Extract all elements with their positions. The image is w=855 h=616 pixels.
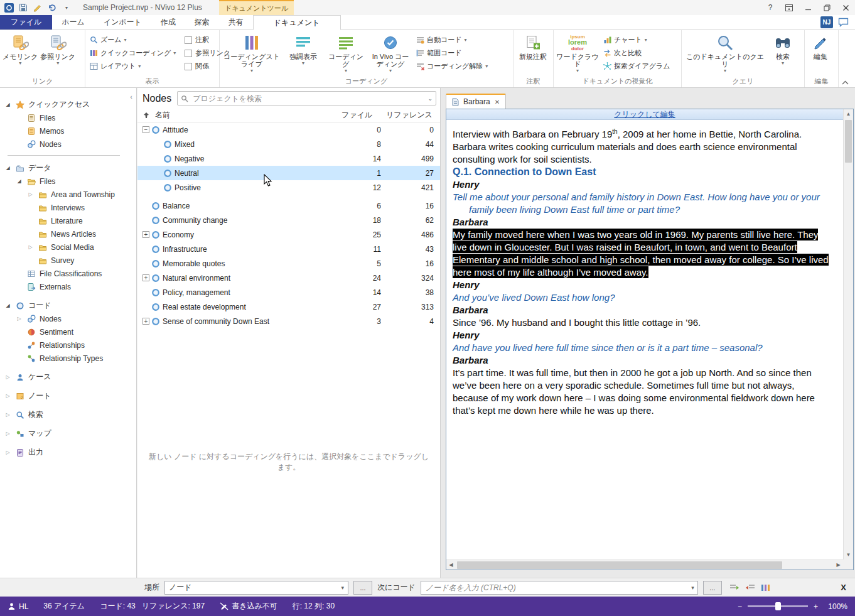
table-row[interactable]: Memorable quotes516 — [137, 256, 440, 271]
sidebar-item-コード[interactable]: ◢コード — [0, 299, 136, 312]
help-button[interactable]: ? — [761, 0, 780, 15]
tree-expander-icon[interactable]: ▷ — [26, 192, 35, 197]
sidebar-item-file-classifications[interactable]: File Classifications — [0, 267, 136, 280]
in-vivo-coding-button[interactable]: In Vivo コーディング ▾ — [368, 31, 413, 77]
horizontal-scrollbar[interactable]: ◀ ▶ — [446, 559, 843, 570]
tree-expander-icon[interactable]: ▷ — [4, 450, 12, 455]
table-row[interactable]: Mixed844 — [137, 137, 440, 151]
sidebar-item-survey[interactable]: Survey — [0, 254, 136, 267]
table-row[interactable]: Balance616 — [137, 198, 440, 213]
tree-expander-icon[interactable]: ▷ — [15, 316, 23, 322]
collapse-ribbon-button[interactable] — [842, 80, 849, 85]
pen-icon[interactable] — [33, 3, 43, 13]
highlight-button[interactable]: 強調表示 ▾ — [282, 31, 324, 77]
location-browse-button[interactable]: ... — [353, 581, 372, 595]
tab-share[interactable]: 共有 — [219, 15, 253, 30]
sidebar-item-nodes[interactable]: ▷Nodes — [0, 312, 136, 325]
zoom-slider-thumb[interactable] — [775, 602, 781, 610]
tree-expander-icon[interactable]: ◢ — [15, 178, 23, 184]
tab-document[interactable]: ドキュメント — [253, 15, 341, 30]
sidebar-item-マップ[interactable]: ▷マップ — [0, 427, 136, 440]
sidebar-item-nodes[interactable]: Nodes — [0, 138, 136, 151]
save-icon[interactable] — [18, 3, 28, 13]
chevron-down-icon[interactable]: ⌄ — [428, 95, 433, 102]
table-row[interactable]: Real estate development27313 — [137, 300, 440, 314]
new-annotation-button[interactable]: 新規注釈 — [515, 31, 551, 77]
code-button[interactable]: コーディング ▾ — [324, 31, 368, 77]
see-also-link-button[interactable]: 参照リンク ▾ — [39, 31, 77, 77]
location-select[interactable]: ノード ▾ — [164, 581, 348, 595]
sidebar-collapse-icon[interactable]: ‹ — [130, 93, 132, 100]
sidebar-item-literature[interactable]: Literature — [0, 214, 136, 227]
quick-coding-button[interactable]: クイックコーディング▾ — [89, 48, 176, 58]
table-row[interactable]: +Sense of community Down East34 — [137, 314, 440, 328]
code-selection-icon[interactable] — [729, 583, 739, 592]
restore-button[interactable] — [817, 0, 836, 15]
sidebar-item-ケース[interactable]: ▷ケース — [0, 370, 136, 384]
sidebar-item-クイックアクセス[interactable]: ◢クイックアクセス — [0, 98, 136, 111]
qat-dropdown-icon[interactable]: ▾ — [62, 3, 72, 13]
document-tab-barbara[interactable]: Barbara ✕ — [446, 94, 506, 109]
word-cloud-button[interactable]: ipsum lorem dolor ワードクラウド ▾ — [555, 31, 600, 77]
sidebar-item-news-articles[interactable]: News Articles — [0, 227, 136, 240]
pin-column-icon[interactable] — [142, 112, 150, 119]
sidebar-item-externals[interactable]: Externals — [0, 280, 136, 293]
table-row[interactable]: Negative14499 — [137, 151, 440, 166]
code-at-combobox[interactable]: ▾ — [421, 581, 698, 595]
compare-with-button[interactable]: 次と比較 — [603, 48, 670, 58]
tree-expander-icon[interactable]: − — [142, 126, 149, 133]
tree-expander-icon[interactable]: ◢ — [4, 303, 12, 308]
zoom-in-icon[interactable]: + — [814, 602, 818, 611]
tree-expander-icon[interactable]: ◢ — [4, 165, 12, 171]
layout-button[interactable]: レイアウト▾ — [89, 62, 176, 71]
tree-expander-icon[interactable]: ▷ — [4, 431, 12, 436]
code-at-browse-button[interactable]: ... — [703, 581, 722, 595]
sidebar-item-area-and-township[interactable]: ▷Area and Township — [0, 188, 136, 201]
user-avatar[interactable]: NJ — [820, 16, 833, 28]
table-row[interactable]: Positive12421 — [137, 180, 440, 195]
tree-expander-icon[interactable]: ▷ — [4, 374, 12, 380]
click-to-edit-bar[interactable]: クリックして編集 — [446, 109, 843, 120]
zoom-out-icon[interactable]: − — [738, 602, 742, 611]
coding-stripes-button[interactable]: コーディングストライプ ▾ — [221, 31, 282, 77]
edit-button[interactable]: 編集 — [806, 31, 835, 77]
scroll-left-icon[interactable]: ◀ — [446, 562, 456, 568]
uncode-selection-icon[interactable] — [745, 583, 755, 592]
table-row[interactable]: +Natural environment24324 — [137, 271, 440, 285]
tree-expander-icon[interactable]: ▷ — [4, 393, 12, 399]
tree-expander-icon[interactable]: + — [142, 274, 149, 281]
sidebar-item-ノート[interactable]: ▷ノート — [0, 389, 136, 403]
tree-expander-icon[interactable]: + — [142, 231, 149, 238]
tab-create[interactable]: 作成 — [151, 15, 185, 30]
query-this-document-button[interactable]: このドキュメントのクエリ ▾ — [683, 31, 767, 77]
tab-file[interactable]: ファイル — [0, 15, 52, 30]
chart-button[interactable]: チャート▾ — [603, 35, 670, 45]
chat-icon[interactable] — [838, 18, 849, 27]
sidebar-item-sentiment[interactable]: Sentiment — [0, 325, 136, 338]
tree-expander-icon[interactable]: ▷ — [26, 244, 35, 250]
find-button[interactable]: 検索 ▾ — [767, 31, 799, 77]
table-row[interactable]: −Attitude00 — [137, 122, 440, 137]
uncode-button[interactable]: コーディング解除▾ — [416, 62, 488, 71]
scroll-down-icon[interactable]: ▼ — [844, 550, 853, 559]
table-row[interactable]: Neutral127 — [137, 166, 440, 180]
scroll-right-icon[interactable]: ▶ — [834, 562, 843, 568]
memo-link-button[interactable]: メモリンク ▾ — [1, 31, 39, 77]
codebar-close-button[interactable]: X — [841, 583, 846, 592]
column-header-name[interactable]: 名前 — [155, 110, 170, 121]
project-search-input[interactable] — [191, 94, 424, 104]
horizontal-scrollbar-thumb[interactable] — [457, 561, 782, 569]
zoom-button[interactable]: ズーム▾ — [89, 35, 176, 45]
auto-code-button[interactable]: 自動コード▾ — [416, 35, 488, 45]
sidebar-item-検索[interactable]: ▷検索 — [0, 408, 136, 421]
explore-diagram-button[interactable]: 探索ダイアグラム — [603, 62, 670, 71]
sidebar-item-出力[interactable]: ▷出力 — [0, 446, 136, 459]
zoom-slider[interactable] — [748, 605, 808, 607]
close-tab-icon[interactable]: ✕ — [495, 99, 500, 105]
code-at-input[interactable] — [424, 583, 691, 593]
app-icon[interactable] — [4, 3, 14, 13]
project-search-box[interactable]: ⌄ — [177, 91, 436, 105]
minimize-button[interactable] — [799, 0, 817, 15]
undo-icon[interactable] — [47, 3, 57, 13]
table-row[interactable]: +Economy25486 — [137, 227, 440, 242]
